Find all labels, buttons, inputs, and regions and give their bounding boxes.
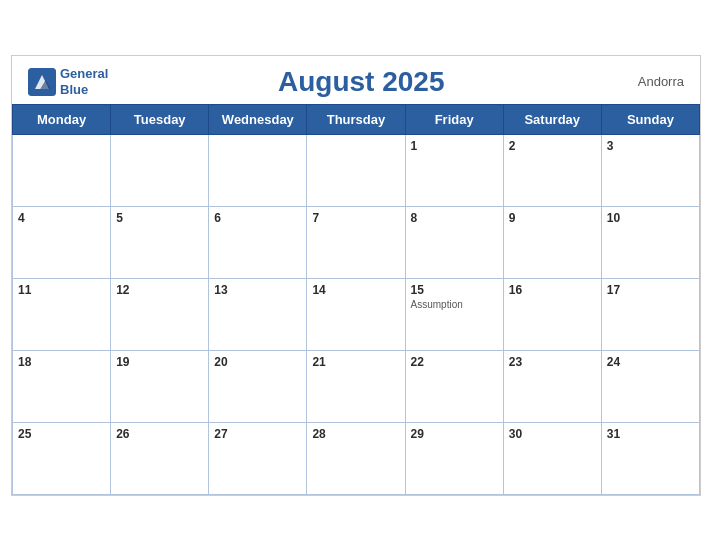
day-number: 4 xyxy=(18,211,105,225)
calendar-cell: 14 xyxy=(307,278,405,350)
day-number: 19 xyxy=(116,355,203,369)
week-row-4: 18192021222324 xyxy=(13,350,700,422)
day-number: 29 xyxy=(411,427,498,441)
day-number: 27 xyxy=(214,427,301,441)
calendar-cell xyxy=(13,134,111,206)
calendar-cell xyxy=(307,134,405,206)
day-number: 22 xyxy=(411,355,498,369)
calendar-cell: 23 xyxy=(503,350,601,422)
calendar-cell: 7 xyxy=(307,206,405,278)
day-number: 12 xyxy=(116,283,203,297)
calendar-cell: 15Assumption xyxy=(405,278,503,350)
day-number: 8 xyxy=(411,211,498,225)
day-number: 10 xyxy=(607,211,694,225)
calendar-cell: 4 xyxy=(13,206,111,278)
month-title: August 2025 xyxy=(108,66,614,98)
weekday-header-friday: Friday xyxy=(405,104,503,134)
day-number: 16 xyxy=(509,283,596,297)
weekday-header-row: MondayTuesdayWednesdayThursdayFridaySatu… xyxy=(13,104,700,134)
day-number: 24 xyxy=(607,355,694,369)
calendar-cell: 31 xyxy=(601,422,699,494)
calendar-cell: 12 xyxy=(111,278,209,350)
calendar-cell: 6 xyxy=(209,206,307,278)
calendar-cell: 17 xyxy=(601,278,699,350)
calendar-cell: 13 xyxy=(209,278,307,350)
holiday-label: Assumption xyxy=(411,299,498,310)
calendar-cell: 18 xyxy=(13,350,111,422)
calendar-table: MondayTuesdayWednesdayThursdayFridaySatu… xyxy=(12,104,700,495)
day-number: 30 xyxy=(509,427,596,441)
calendar-cell: 19 xyxy=(111,350,209,422)
calendar-cell: 1 xyxy=(405,134,503,206)
calendar-cell xyxy=(111,134,209,206)
calendar-cell: 5 xyxy=(111,206,209,278)
country-label: Andorra xyxy=(614,74,684,89)
calendar-cell: 11 xyxy=(13,278,111,350)
day-number: 18 xyxy=(18,355,105,369)
calendar-cell: 25 xyxy=(13,422,111,494)
calendar-cell: 30 xyxy=(503,422,601,494)
day-number: 17 xyxy=(607,283,694,297)
calendar-cell: 24 xyxy=(601,350,699,422)
day-number: 15 xyxy=(411,283,498,297)
day-number: 6 xyxy=(214,211,301,225)
weekday-header-wednesday: Wednesday xyxy=(209,104,307,134)
logo-text: General Blue xyxy=(60,66,108,97)
weekday-header-sunday: Sunday xyxy=(601,104,699,134)
calendar-cell: 3 xyxy=(601,134,699,206)
day-number: 11 xyxy=(18,283,105,297)
day-number: 9 xyxy=(509,211,596,225)
day-number: 2 xyxy=(509,139,596,153)
calendar-cell: 21 xyxy=(307,350,405,422)
day-number: 7 xyxy=(312,211,399,225)
day-number: 25 xyxy=(18,427,105,441)
day-number: 21 xyxy=(312,355,399,369)
logo-icon xyxy=(28,68,56,96)
day-number: 31 xyxy=(607,427,694,441)
calendar-cell: 20 xyxy=(209,350,307,422)
calendar-container: General Blue August 2025 Andorra MondayT… xyxy=(11,55,701,496)
calendar-cell: 22 xyxy=(405,350,503,422)
calendar-cell: 26 xyxy=(111,422,209,494)
calendar-cell: 27 xyxy=(209,422,307,494)
calendar-cell: 9 xyxy=(503,206,601,278)
calendar-cell: 29 xyxy=(405,422,503,494)
week-row-2: 45678910 xyxy=(13,206,700,278)
calendar-cell: 16 xyxy=(503,278,601,350)
calendar-cell: 2 xyxy=(503,134,601,206)
day-number: 1 xyxy=(411,139,498,153)
day-number: 26 xyxy=(116,427,203,441)
weekday-header-thursday: Thursday xyxy=(307,104,405,134)
calendar-cell: 28 xyxy=(307,422,405,494)
day-number: 13 xyxy=(214,283,301,297)
calendar-header: General Blue August 2025 Andorra xyxy=(12,56,700,104)
logo-area: General Blue xyxy=(28,66,108,97)
weekday-header-monday: Monday xyxy=(13,104,111,134)
calendar-cell: 8 xyxy=(405,206,503,278)
week-row-5: 25262728293031 xyxy=(13,422,700,494)
calendar-cell: 10 xyxy=(601,206,699,278)
weekday-header-tuesday: Tuesday xyxy=(111,104,209,134)
weekday-header-saturday: Saturday xyxy=(503,104,601,134)
week-row-3: 1112131415Assumption1617 xyxy=(13,278,700,350)
day-number: 14 xyxy=(312,283,399,297)
day-number: 3 xyxy=(607,139,694,153)
calendar-cell xyxy=(209,134,307,206)
day-number: 5 xyxy=(116,211,203,225)
week-row-1: 123 xyxy=(13,134,700,206)
day-number: 28 xyxy=(312,427,399,441)
day-number: 23 xyxy=(509,355,596,369)
day-number: 20 xyxy=(214,355,301,369)
